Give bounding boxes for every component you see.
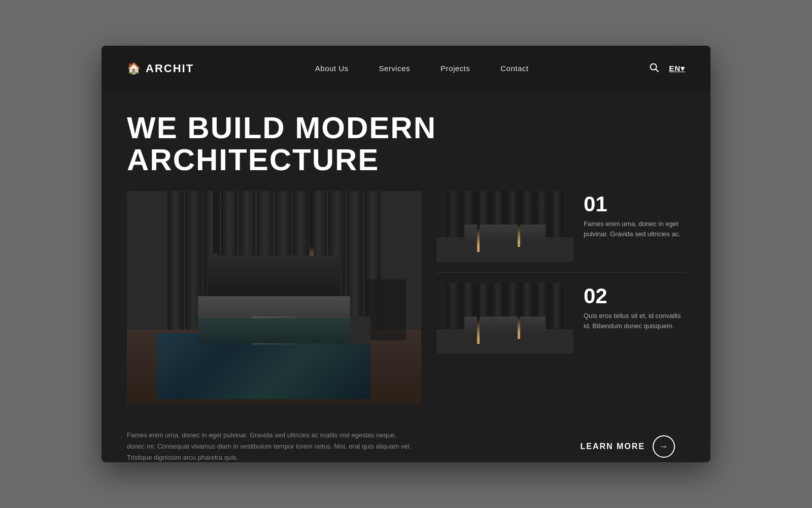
wall-panel [167,191,184,336]
bed-duvet [198,318,350,343]
language-button[interactable]: EN▾ [669,64,685,73]
nav-link-contact[interactable]: Contact [500,64,528,73]
small-scene-2 [436,283,573,354]
bed-headboard [208,256,340,296]
chair [365,279,406,340]
nav-right: EN▾ [650,63,685,75]
body-text: Fames enim urna, donec in eget pulvinar.… [127,430,411,462]
nav-link-about[interactable]: About Us [315,64,349,73]
item-number-1: 01 [584,194,685,215]
learn-more-button[interactable]: LEARN MORE → [580,435,675,458]
nav-link-services[interactable]: Services [379,64,411,73]
nav-item-services[interactable]: Services [379,64,411,73]
item-desc-1: Fames enim urna, donec in eget pulvinar.… [584,219,685,239]
thumbnail-2 [436,283,573,354]
item-number-2: 02 [584,285,685,307]
nav-links: About Us Services Projects Contact [315,64,529,73]
hero-title: WE BUILD MODERN ARCHITECTURE [127,112,685,176]
bottom-section: Fames enim urna, donec in eget pulvinar.… [101,430,710,462]
main-content: WE BUILD MODERN ARCHITECTURE [101,91,710,420]
navbar: 🏠 ARCHIT About Us Services Projects Cont… [101,46,710,91]
small-pendant-right [518,191,520,247]
item-divider [436,272,685,273]
small-pendant-left [477,191,480,252]
content-grid: 01 Fames enim urna, donec in eget pulvin… [127,191,685,404]
main-image [127,191,421,404]
nav-item-contact[interactable]: Contact [500,64,528,73]
svg-line-1 [656,69,658,72]
nav-link-projects[interactable]: Projects [441,64,470,73]
learn-more-label: LEARN MORE [580,442,645,451]
bedroom-scene [127,191,421,404]
item-desc-2: Quis eros tellus sit et, id convallis id… [584,311,685,331]
small-pendant-left-2 [477,283,480,344]
arrow-circle: → [653,435,675,458]
arrow-icon: → [659,441,669,452]
bed-mattress [198,296,350,319]
nav-item-about[interactable]: About Us [315,64,349,73]
item-row-2: 02 Quis eros tellus sit et, id convallis… [436,283,685,354]
bed [198,256,350,344]
small-scene-1 [436,191,573,262]
item-info-2: 02 Quis eros tellus sit et, id convallis… [584,283,685,331]
item-row-1: 01 Fames enim urna, donec in eget pulvin… [436,191,685,262]
thumbnail-1 [436,191,573,262]
right-panel: 01 Fames enim urna, donec in eget pulvin… [436,191,685,354]
brand-name: ARCHIT [146,62,194,75]
nav-item-projects[interactable]: Projects [441,64,470,73]
browser-window: 🏠 ARCHIT About Us Services Projects Cont… [101,46,710,462]
small-bed-2 [464,316,546,334]
home-icon: 🏠 [127,62,141,75]
search-button[interactable] [650,63,659,75]
small-bed [464,225,546,242]
small-pendant-right-2 [518,283,520,339]
item-info-1: 01 Fames enim urna, donec in eget pulvin… [584,191,685,239]
logo-area[interactable]: 🏠 ARCHIT [127,62,194,75]
